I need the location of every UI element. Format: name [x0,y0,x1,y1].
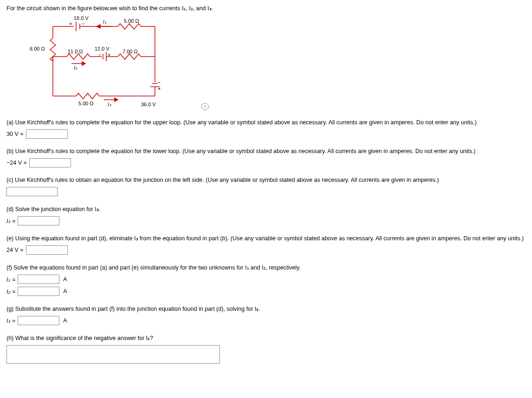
part-b-prompt: (b) Use Kirchhoff's rules to complete th… [6,148,526,154]
part-b-input[interactable] [29,158,71,167]
svg-marker-11 [115,98,118,102]
label-v-mid: 12.0 V [95,46,109,51]
label-r-top: 5.00 Ω [124,18,139,24]
part-c-prompt: (c) Use Kirchhoff's rules to obtain an e… [6,177,526,183]
part-g-lhs: I₃ = [6,317,15,324]
part-a-input[interactable] [26,129,68,139]
label-i3: I₃ [108,102,111,108]
part-d-prompt: (d) Solve the junction equation for I₃. [6,205,526,212]
svg-marker-9 [82,62,85,65]
label-plus-mid: + [108,52,110,58]
label-v-top: 18.0 V [74,15,89,21]
part-d-input[interactable] [18,216,59,225]
part-a-lhs: 30 V = [6,131,24,137]
label-r-bot: 5.00 Ω [78,101,94,106]
label-plus: + [69,21,72,26]
part-g-unit: A [63,317,67,324]
label-r-midleft: 11.0 Ω [68,49,83,54]
part-g-prompt: (g) Substitute the answers found in part… [6,305,526,312]
label-minus: − [82,21,84,26]
label-minus-mid: − [98,52,101,58]
label-v-bot: 36.0 V [141,102,156,107]
label-minus-bot: − [158,79,160,85]
label-plus-bot: + [158,86,160,91]
part-b-lhs: −24 V = [6,160,27,166]
label-r-left: 8.00 Ω [30,46,45,51]
part-f-unit2: A [63,288,67,295]
part-f-input1[interactable] [18,275,59,284]
part-f-lhs1: I₁ = [6,276,15,283]
part-f-lhs2: I₂ = [6,288,15,295]
label-r-midright: 7.00 Ω [122,49,138,54]
part-f-prompt: (f) Solve the equations found in part (a… [6,264,526,271]
part-e-lhs: 24 V = [6,247,24,253]
info-icon[interactable]: i [201,103,209,110]
circuit-diagram: 8.00 Ω 18.0 V + − I₁ 5.00 Ω 11.0 Ω 12.0 … [34,17,192,110]
part-g-input[interactable] [18,316,59,325]
label-i1: I₁ [103,19,106,25]
part-a-prompt: (a) Use Kirchhoff's rules to complete th… [6,119,526,126]
part-f-unit1: A [63,276,67,282]
problem-intro: For the circuit shown in the figure belo… [6,5,526,12]
part-e-prompt: (e) Using the equation found in part (d)… [6,235,526,242]
part-h-prompt: (h) What is the significance of the nega… [6,334,526,341]
part-d-lhs: I₃ = [6,218,15,225]
part-c-input[interactable] [6,187,58,196]
part-e-input[interactable] [26,245,68,255]
svg-marker-7 [97,25,100,28]
part-h-input[interactable] [6,345,220,364]
part-f-input2[interactable] [18,287,59,296]
label-i2: I₂ [74,65,77,71]
